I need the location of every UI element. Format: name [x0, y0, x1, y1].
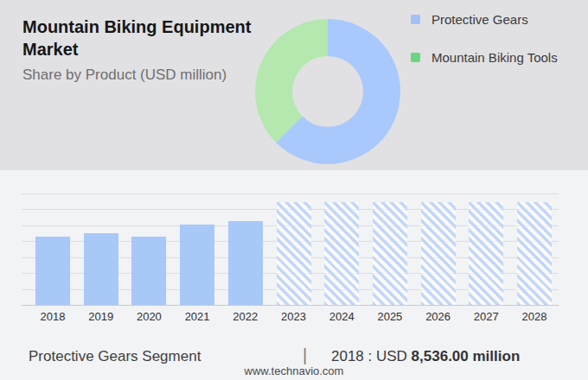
bar-forecast-2024 [324, 202, 359, 305]
donut-hole [292, 56, 363, 127]
donut-chart [255, 19, 400, 164]
bar-forecast-2027 [469, 202, 503, 305]
x-axis-label-2022: 2022 [221, 310, 270, 323]
bar-historic-2019 [84, 233, 118, 305]
x-axis-label-2023: 2023 [270, 310, 318, 323]
value-prefix: 2018 : USD [331, 348, 412, 364]
x-axis-label-2028: 2028 [510, 310, 559, 323]
legend-item-protective-gears: Protective Gears [411, 12, 528, 27]
bar-forecast-2026 [421, 202, 456, 305]
bar-plot-area [22, 193, 559, 306]
bar-historic-2021 [180, 225, 214, 305]
bar-forecast-2023 [277, 202, 311, 305]
x-axis-label-2019: 2019 [77, 310, 125, 323]
bar-forecast-2028 [517, 202, 552, 305]
gridline [22, 193, 559, 194]
segment-value: 2018 : USD 8,536.00 million [331, 348, 520, 365]
x-axis-label-2020: 2020 [125, 310, 173, 323]
page-title: Mountain Biking Equipment Market [22, 16, 282, 60]
website-url: www.technavio.com [0, 364, 588, 377]
footer-separator: | [303, 345, 307, 365]
header-panel: Mountain Biking Equipment Market Share b… [0, 0, 588, 170]
segment-label: Protective Gears Segment [29, 348, 201, 365]
legend-label: Protective Gears [431, 12, 528, 27]
x-axis-label-2018: 2018 [29, 310, 77, 323]
x-axis-label-2024: 2024 [317, 310, 366, 323]
bar-historic-2020 [131, 237, 166, 305]
bar-forecast-2025 [373, 202, 407, 305]
legend-label: Mountain Biking Tools [431, 50, 558, 65]
x-axis-label-2021: 2021 [173, 310, 221, 323]
value-bold: 8,536.00 million [412, 348, 521, 364]
legend-item-mountain-biking-tools: Mountain Biking Tools [411, 50, 558, 65]
bar-chart-panel: 2018201920202021202220232024202520262027… [0, 170, 588, 380]
blue-square-icon [411, 15, 420, 24]
bar-historic-2022 [228, 221, 263, 305]
x-axis-label-2026: 2026 [414, 310, 463, 323]
x-axis-label-2025: 2025 [366, 310, 414, 323]
x-axis-label-2027: 2027 [462, 310, 510, 323]
bar-historic-2018 [35, 237, 70, 305]
green-square-icon [411, 53, 420, 62]
x-axis-labels: 2018201920202021202220232024202520262027… [22, 310, 559, 326]
